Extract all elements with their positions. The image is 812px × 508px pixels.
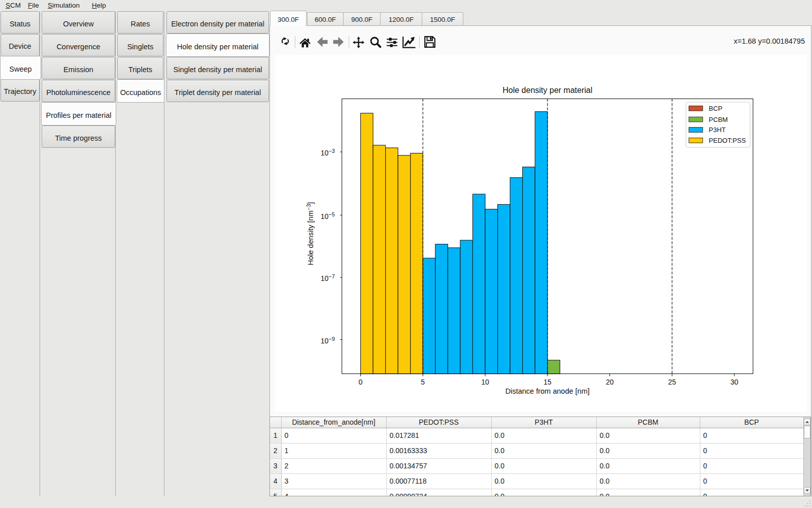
svg-text:Hole density [nm−3]: Hole density [nm−3] (306, 202, 315, 266)
svg-text:5: 5 (421, 378, 425, 386)
svg-text:BCP: BCP (709, 105, 723, 112)
svg-text:0: 0 (359, 378, 363, 386)
svg-text:PEDOT:PSS: PEDOT:PSS (709, 137, 746, 144)
svg-text:Hole density per material: Hole density per material (502, 86, 592, 94)
svg-text:20: 20 (606, 378, 614, 386)
svg-text:P3HT: P3HT (709, 126, 726, 134)
svg-text:25: 25 (668, 378, 676, 386)
svg-text:15: 15 (544, 378, 552, 386)
svg-text:PCBM: PCBM (709, 116, 728, 123)
svg-text:10: 10 (481, 378, 489, 386)
svg-text:Distance from anode [nm]: Distance from anode [nm] (505, 387, 590, 395)
svg-text:30: 30 (730, 378, 738, 386)
